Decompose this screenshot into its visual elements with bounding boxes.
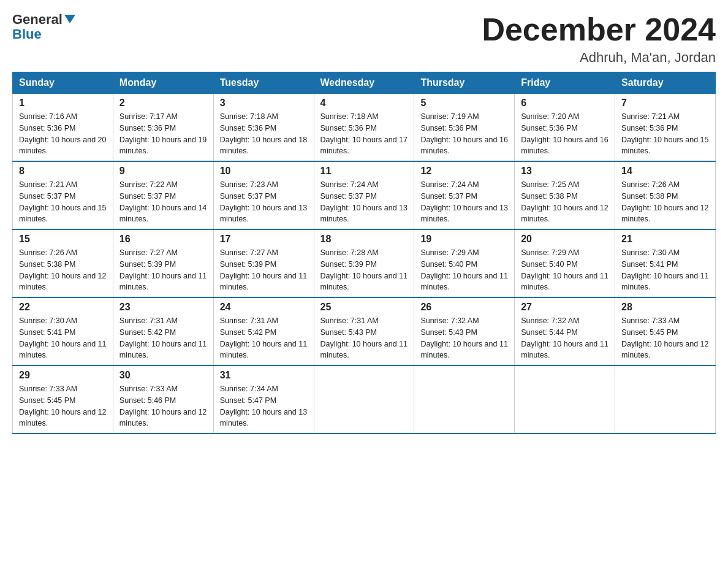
calendar-cell: 1 Sunrise: 7:16 AM Sunset: 5:36 PM Dayli…: [13, 94, 113, 162]
calendar-cell: 13 Sunrise: 7:25 AM Sunset: 5:38 PM Dayl…: [515, 161, 615, 229]
day-number: 15: [19, 234, 107, 245]
calendar-cell: 2 Sunrise: 7:17 AM Sunset: 5:36 PM Dayli…: [113, 94, 213, 162]
col-sunday: Sunday: [13, 72, 113, 94]
day-number: 10: [220, 166, 308, 177]
calendar-cell: 14 Sunrise: 7:26 AM Sunset: 5:38 PM Dayl…: [615, 161, 716, 229]
day-number: 7: [621, 98, 709, 109]
calendar-cell: 18 Sunrise: 7:28 AM Sunset: 5:39 PM Dayl…: [314, 229, 414, 297]
calendar-cell: 31 Sunrise: 7:34 AM Sunset: 5:47 PM Dayl…: [213, 366, 314, 434]
day-info: Sunrise: 7:29 AM Sunset: 5:40 PM Dayligh…: [521, 247, 609, 293]
day-number: 12: [420, 166, 508, 177]
calendar-cell: 16 Sunrise: 7:27 AM Sunset: 5:39 PM Dayl…: [113, 229, 213, 297]
col-monday: Monday: [113, 72, 213, 94]
day-info: Sunrise: 7:26 AM Sunset: 5:38 PM Dayligh…: [621, 179, 709, 225]
calendar-cell: 20 Sunrise: 7:29 AM Sunset: 5:40 PM Dayl…: [515, 229, 615, 297]
col-thursday: Thursday: [414, 72, 515, 94]
month-title: December 2024: [482, 12, 716, 47]
calendar-cell: 4 Sunrise: 7:18 AM Sunset: 5:36 PM Dayli…: [314, 94, 414, 162]
day-number: 9: [119, 166, 207, 177]
day-number: 18: [320, 234, 408, 245]
day-info: Sunrise: 7:20 AM Sunset: 5:36 PM Dayligh…: [521, 111, 609, 157]
col-saturday: Saturday: [615, 72, 716, 94]
logo-triangle-icon: [64, 15, 75, 23]
day-info: Sunrise: 7:24 AM Sunset: 5:37 PM Dayligh…: [420, 179, 508, 225]
day-info: Sunrise: 7:24 AM Sunset: 5:37 PM Dayligh…: [320, 179, 408, 225]
calendar-cell: [414, 366, 515, 434]
calendar-cell: [615, 366, 716, 434]
calendar-cell: 17 Sunrise: 7:27 AM Sunset: 5:39 PM Dayl…: [213, 229, 314, 297]
day-info: Sunrise: 7:32 AM Sunset: 5:43 PM Dayligh…: [420, 315, 508, 361]
day-info: Sunrise: 7:28 AM Sunset: 5:39 PM Dayligh…: [320, 247, 408, 293]
col-friday: Friday: [515, 72, 615, 94]
calendar-week-row: 1 Sunrise: 7:16 AM Sunset: 5:36 PM Dayli…: [13, 94, 716, 162]
day-info: Sunrise: 7:19 AM Sunset: 5:36 PM Dayligh…: [420, 111, 508, 157]
day-info: Sunrise: 7:27 AM Sunset: 5:39 PM Dayligh…: [119, 247, 207, 293]
day-info: Sunrise: 7:29 AM Sunset: 5:40 PM Dayligh…: [420, 247, 508, 293]
calendar-cell: 5 Sunrise: 7:19 AM Sunset: 5:36 PM Dayli…: [414, 94, 515, 162]
day-info: Sunrise: 7:18 AM Sunset: 5:36 PM Dayligh…: [220, 111, 308, 157]
calendar-cell: 19 Sunrise: 7:29 AM Sunset: 5:40 PM Dayl…: [414, 229, 515, 297]
day-number: 30: [119, 370, 207, 381]
day-number: 24: [220, 302, 308, 313]
day-number: 13: [521, 166, 609, 177]
calendar-cell: 10 Sunrise: 7:23 AM Sunset: 5:37 PM Dayl…: [213, 161, 314, 229]
col-tuesday: Tuesday: [213, 72, 314, 94]
calendar-cell: 21 Sunrise: 7:30 AM Sunset: 5:41 PM Dayl…: [615, 229, 716, 297]
day-number: 26: [420, 302, 508, 313]
calendar-table: Sunday Monday Tuesday Wednesday Thursday…: [12, 72, 716, 434]
logo: GeneralBlue: [12, 12, 75, 42]
day-info: Sunrise: 7:32 AM Sunset: 5:44 PM Dayligh…: [521, 315, 609, 361]
day-number: 2: [119, 98, 207, 109]
calendar-week-row: 22 Sunrise: 7:30 AM Sunset: 5:41 PM Dayl…: [13, 297, 716, 366]
day-info: Sunrise: 7:30 AM Sunset: 5:41 PM Dayligh…: [19, 315, 107, 361]
day-info: Sunrise: 7:21 AM Sunset: 5:36 PM Dayligh…: [621, 111, 709, 157]
calendar-cell: 11 Sunrise: 7:24 AM Sunset: 5:37 PM Dayl…: [314, 161, 414, 229]
day-number: 8: [19, 166, 107, 177]
day-number: 4: [320, 98, 408, 109]
day-number: 17: [220, 234, 308, 245]
calendar-cell: 29 Sunrise: 7:33 AM Sunset: 5:45 PM Dayl…: [13, 366, 113, 434]
day-info: Sunrise: 7:23 AM Sunset: 5:37 PM Dayligh…: [220, 179, 308, 225]
calendar-cell: 22 Sunrise: 7:30 AM Sunset: 5:41 PM Dayl…: [13, 297, 113, 366]
calendar-cell: 9 Sunrise: 7:22 AM Sunset: 5:37 PM Dayli…: [113, 161, 213, 229]
day-info: Sunrise: 7:21 AM Sunset: 5:37 PM Dayligh…: [19, 179, 107, 225]
day-number: 6: [521, 98, 609, 109]
day-number: 16: [119, 234, 207, 245]
day-info: Sunrise: 7:18 AM Sunset: 5:36 PM Dayligh…: [320, 111, 408, 157]
day-number: 29: [19, 370, 107, 381]
calendar-cell: 8 Sunrise: 7:21 AM Sunset: 5:37 PM Dayli…: [13, 161, 113, 229]
day-number: 23: [119, 302, 207, 313]
calendar-week-row: 15 Sunrise: 7:26 AM Sunset: 5:38 PM Dayl…: [13, 229, 716, 297]
day-number: 19: [420, 234, 508, 245]
day-info: Sunrise: 7:25 AM Sunset: 5:38 PM Dayligh…: [521, 179, 609, 225]
day-info: Sunrise: 7:30 AM Sunset: 5:41 PM Dayligh…: [621, 247, 709, 293]
page-header: GeneralBlue December 2024 Adhruh, Ma'an,…: [12, 12, 716, 66]
day-info: Sunrise: 7:31 AM Sunset: 5:43 PM Dayligh…: [320, 315, 408, 361]
day-info: Sunrise: 7:27 AM Sunset: 5:39 PM Dayligh…: [220, 247, 308, 293]
day-number: 21: [621, 234, 709, 245]
day-number: 1: [19, 98, 107, 109]
day-number: 14: [621, 166, 709, 177]
calendar-cell: 24 Sunrise: 7:31 AM Sunset: 5:42 PM Dayl…: [213, 297, 314, 366]
logo-text: GeneralBlue: [12, 12, 75, 42]
day-info: Sunrise: 7:33 AM Sunset: 5:45 PM Dayligh…: [19, 383, 107, 429]
day-number: 28: [621, 302, 709, 313]
calendar-cell: 30 Sunrise: 7:33 AM Sunset: 5:46 PM Dayl…: [113, 366, 213, 434]
day-info: Sunrise: 7:17 AM Sunset: 5:36 PM Dayligh…: [119, 111, 207, 157]
day-info: Sunrise: 7:33 AM Sunset: 5:45 PM Dayligh…: [621, 315, 709, 361]
calendar-cell: 26 Sunrise: 7:32 AM Sunset: 5:43 PM Dayl…: [414, 297, 515, 366]
day-number: 25: [320, 302, 408, 313]
day-number: 20: [521, 234, 609, 245]
title-area: December 2024 Adhruh, Ma'an, Jordan: [482, 12, 716, 66]
calendar-cell: 7 Sunrise: 7:21 AM Sunset: 5:36 PM Dayli…: [615, 94, 716, 162]
day-number: 22: [19, 302, 107, 313]
calendar-week-row: 29 Sunrise: 7:33 AM Sunset: 5:45 PM Dayl…: [13, 366, 716, 434]
day-info: Sunrise: 7:34 AM Sunset: 5:47 PM Dayligh…: [220, 383, 308, 429]
calendar-week-row: 8 Sunrise: 7:21 AM Sunset: 5:37 PM Dayli…: [13, 161, 716, 229]
calendar-cell: 28 Sunrise: 7:33 AM Sunset: 5:45 PM Dayl…: [615, 297, 716, 366]
calendar-cell: 27 Sunrise: 7:32 AM Sunset: 5:44 PM Dayl…: [515, 297, 615, 366]
calendar-cell: 25 Sunrise: 7:31 AM Sunset: 5:43 PM Dayl…: [314, 297, 414, 366]
location: Adhruh, Ma'an, Jordan: [482, 50, 716, 66]
day-number: 5: [420, 98, 508, 109]
calendar-cell: [314, 366, 414, 434]
